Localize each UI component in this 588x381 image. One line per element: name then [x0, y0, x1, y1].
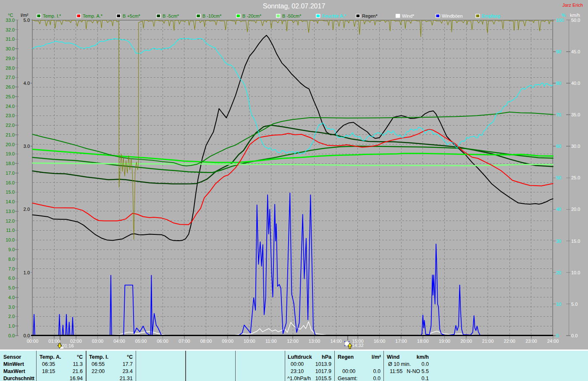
svg-text:13.0: 13.0: [6, 209, 15, 214]
svg-text:29.0: 29.0: [6, 56, 15, 61]
svg-text:°C: °C: [77, 354, 83, 360]
svg-text:3.0: 3.0: [24, 144, 30, 149]
svg-text:19:00: 19:00: [439, 339, 451, 344]
svg-text:32.0: 32.0: [6, 27, 15, 32]
svg-text:Luftdruck: Luftdruck: [288, 354, 312, 360]
svg-text:45.0: 45.0: [571, 49, 580, 54]
svg-text:5.0: 5.0: [8, 285, 15, 290]
svg-text:21.6: 21.6: [73, 368, 83, 374]
svg-text:11:00: 11:00: [265, 339, 277, 344]
svg-text:17.0: 17.0: [6, 171, 15, 176]
svg-text:16:00: 16:00: [374, 339, 386, 344]
svg-text:17.7: 17.7: [123, 361, 133, 367]
svg-text:28.0: 28.0: [6, 66, 15, 71]
svg-text:Sonntag, 02.07.2017: Sonntag, 02.07.2017: [263, 3, 326, 10]
svg-text:0.0: 0.0: [373, 376, 381, 381]
svg-text:4.0: 4.0: [8, 295, 15, 300]
svg-text:12.0: 12.0: [6, 218, 15, 223]
svg-text:Durchschnitt: Durchschnitt: [3, 376, 35, 381]
svg-text:7.0: 7.0: [8, 266, 15, 271]
svg-text:Gesamt:: Gesamt:: [338, 376, 357, 381]
svg-text:14:00: 14:00: [330, 339, 342, 344]
svg-text:0.0: 0.0: [571, 333, 578, 338]
svg-text:30: 30: [556, 239, 561, 244]
svg-text:10.0: 10.0: [6, 237, 15, 242]
svg-text:1013.9: 1013.9: [315, 361, 331, 367]
svg-text:20.0: 20.0: [6, 142, 15, 147]
svg-text:19.0: 19.0: [6, 151, 15, 156]
svg-text:8.0: 8.0: [8, 257, 15, 262]
svg-text:1.0: 1.0: [24, 270, 30, 275]
svg-text:18:15: 18:15: [42, 368, 55, 374]
svg-text:20:00: 20:00: [460, 339, 472, 344]
svg-text:2.0: 2.0: [8, 314, 15, 319]
svg-text:40: 40: [556, 207, 561, 212]
svg-text:Wind: Wind: [387, 354, 399, 360]
svg-text:10.0: 10.0: [571, 270, 580, 275]
svg-text:Regen: Regen: [338, 354, 354, 360]
svg-text:05:00: 05:00: [135, 339, 147, 344]
svg-text:4.0: 4.0: [24, 81, 30, 86]
svg-text:Windböen: Windböen: [442, 13, 463, 18]
svg-text:09:00: 09:00: [222, 339, 234, 344]
svg-text:22.0: 22.0: [6, 123, 15, 128]
svg-text:01:16: 01:16: [62, 343, 74, 348]
svg-text:33.0: 33.0: [6, 18, 15, 23]
svg-text:^1.0hPa/h: ^1.0hPa/h: [287, 376, 311, 381]
svg-text:00:00: 00:00: [27, 339, 39, 344]
svg-text:1017.9: 1017.9: [315, 368, 331, 374]
svg-text:0.1: 0.1: [422, 376, 429, 381]
svg-text:40.0: 40.0: [571, 81, 580, 86]
svg-text:80: 80: [556, 81, 561, 86]
svg-text:11:55: 11:55: [390, 368, 402, 374]
svg-text:06:55: 06:55: [92, 361, 105, 367]
svg-text:%: %: [562, 13, 566, 18]
svg-text:25.0: 25.0: [571, 175, 580, 180]
svg-text:20.0: 20.0: [571, 207, 580, 212]
svg-text:2.0: 2.0: [24, 207, 30, 212]
svg-text:24.0: 24.0: [6, 104, 15, 109]
svg-text:18:00: 18:00: [417, 339, 429, 344]
svg-text:21:00: 21:00: [482, 339, 494, 344]
svg-text:18.0: 18.0: [6, 161, 15, 166]
svg-text:hPa: hPa: [322, 354, 332, 360]
svg-text:Feuchte A.*: Feuchte A.*: [322, 13, 346, 18]
svg-text:B -5cm*: B -5cm*: [163, 13, 179, 18]
svg-text:35.0: 35.0: [571, 112, 580, 117]
svg-text:Sensor: Sensor: [3, 354, 21, 360]
svg-text:07:00: 07:00: [178, 339, 190, 344]
svg-text:0: 0: [556, 333, 559, 338]
svg-text:50.0: 50.0: [571, 18, 580, 23]
svg-text:23:10: 23:10: [291, 368, 304, 374]
svg-text:01:00: 01:00: [48, 339, 60, 344]
svg-text:°C: °C: [127, 354, 133, 360]
svg-text:00:00: 00:00: [342, 368, 355, 374]
svg-text:25.0: 25.0: [6, 94, 15, 99]
svg-text:N-NO 5.5: N-NO 5.5: [407, 368, 429, 374]
svg-text:14.0: 14.0: [6, 199, 15, 204]
svg-text:11.3: 11.3: [73, 361, 83, 367]
svg-text:0.0: 0.0: [24, 333, 30, 338]
svg-text:10: 10: [556, 302, 561, 307]
svg-text:B -50cm*: B -50cm*: [282, 13, 302, 18]
svg-text:km/h: km/h: [570, 13, 580, 18]
svg-text:60: 60: [556, 144, 561, 149]
svg-text:12:00: 12:00: [287, 339, 299, 344]
svg-text:MaxWert: MaxWert: [3, 368, 26, 374]
svg-text:06:35: 06:35: [42, 361, 55, 367]
svg-text:16.0: 16.0: [6, 180, 15, 185]
svg-text:23.0: 23.0: [6, 113, 15, 118]
svg-text:100: 100: [556, 18, 564, 23]
svg-text:17:00: 17:00: [395, 339, 407, 344]
svg-text:6.0: 6.0: [8, 276, 15, 281]
svg-text:15.0: 15.0: [571, 239, 580, 244]
svg-text:21.31: 21.31: [120, 376, 133, 381]
svg-text:50: 50: [556, 175, 561, 180]
svg-text:06:00: 06:00: [157, 339, 168, 344]
svg-text:1015.5: 1015.5: [315, 376, 331, 381]
svg-text:Jarz Erich: Jarz Erich: [562, 3, 583, 8]
svg-text:Regen*: Regen*: [362, 13, 378, 18]
svg-text:22:00: 22:00: [92, 368, 105, 374]
svg-text:Temp. A.: Temp. A.: [39, 354, 61, 360]
svg-text:km/h: km/h: [417, 354, 429, 360]
